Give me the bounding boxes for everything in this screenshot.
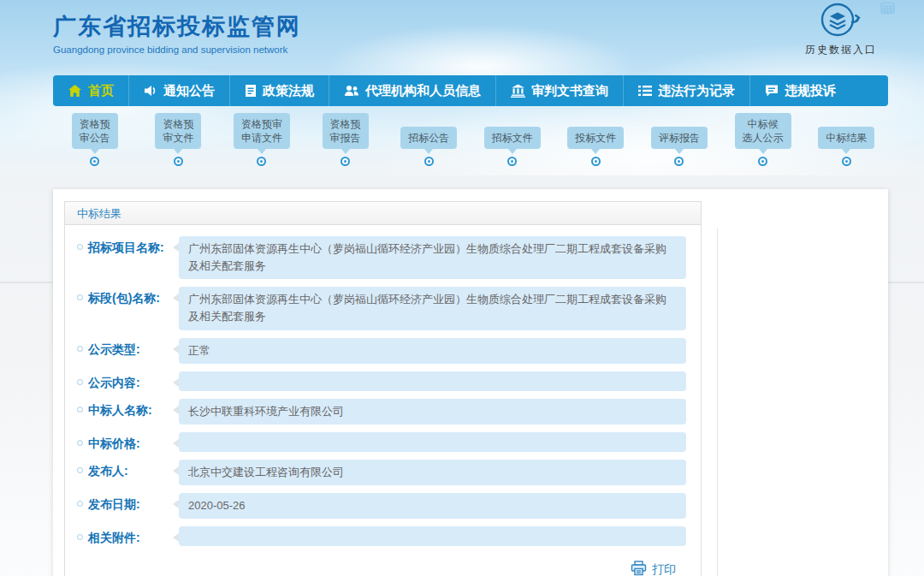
field-label: 中标价格: (88, 436, 140, 452)
field-value: 北京中交建设工程咨询有限公司 (179, 460, 686, 485)
step-label[interactable]: 评标报告 (651, 127, 708, 149)
step-winning-result[interactable]: 中标结果 (804, 120, 888, 166)
history-data-entry[interactable]: 历史数据入口 (794, 2, 888, 57)
step-label[interactable]: 招标文件 (484, 127, 541, 149)
step-dot-icon (507, 157, 517, 166)
step-label[interactable]: 中标候 选人公示 (735, 113, 791, 149)
nav-item-judgments[interactable]: 审判文书查询 (495, 75, 623, 106)
step-winning-candidates[interactable]: 中标候 选人公示 (721, 120, 805, 166)
bubble-pointer-icon (174, 149, 182, 154)
field-value: 长沙中联重科环境产业有限公司 (179, 399, 686, 425)
field-row-winner-name: 中标人名称: 长沙中联重科环境产业有限公司 (77, 399, 686, 425)
field-row-publish-date: 发布日期: 2020-05-26 (77, 493, 686, 519)
step-dot-icon (842, 157, 851, 166)
step-label[interactable]: 资格预审 申请文件 (234, 113, 290, 149)
field-row-section-name: 标段(包)名称: 广州东部固体资源再生中心（萝岗福山循环经济产业园）生物质综合处… (77, 287, 686, 330)
document-icon (245, 84, 257, 98)
nav-item-complaints[interactable]: 违规投诉 (749, 75, 850, 106)
nav-item-label: 代理机构和人员信息 (365, 83, 481, 99)
field-value: 广州东部固体资源再生中心（萝岗福山循环经济产业园）生物质综合处理厂二期工程成套设… (179, 287, 686, 330)
step-tender-document[interactable]: 招标文件 (471, 120, 554, 166)
step-dot-icon (758, 157, 767, 166)
people-icon (344, 84, 359, 98)
field-row-project-name: 招标项目名称: 广州东部固体资源再生中心（萝岗福山循环经济产业园）生物质综合处理… (77, 236, 686, 279)
step-evaluation-report[interactable]: 评标报告 (637, 120, 721, 166)
list-icon (638, 85, 652, 97)
nav-item-agencies[interactable]: 代理机构和人员信息 (329, 75, 495, 106)
history-entry-label[interactable]: 历史数据入口 (794, 43, 888, 57)
field-label: 发布日期: (88, 497, 140, 513)
panel-body: 招标项目名称: 广州东部固体资源再生中心（萝岗福山循环经济产业园）生物质综合处理… (65, 225, 701, 576)
site-header: 广东省招标投标监管网 Guangdong province bidding an… (53, 0, 888, 75)
bubble-pointer-icon (341, 149, 350, 154)
step-prequalification-report[interactable]: 资格预 审报告 (304, 120, 388, 166)
bank-icon (511, 84, 525, 98)
step-dot-icon (424, 157, 434, 166)
print-row: 打印 (77, 554, 686, 576)
field-value: 2020-05-26 (179, 493, 686, 519)
step-dot-icon (674, 157, 684, 166)
step-label[interactable]: 资格预 审报告 (323, 113, 369, 149)
field-label: 招标项目名称: (88, 240, 164, 256)
nav-item-home[interactable]: 首页 (53, 75, 128, 106)
bubble-pointer-icon (508, 149, 517, 154)
nav-item-policies[interactable]: 政策法规 (229, 75, 329, 106)
site-subtitle: Guangdong province bidding and supervisi… (53, 45, 301, 55)
field-label: 标段(包)名称: (88, 291, 160, 306)
field-row-publicity-type: 公示类型: 正常 (77, 338, 686, 364)
step-tender-announcement[interactable]: 招标公告 (387, 120, 471, 166)
result-panel: 中标结果 招标项目名称: 广州东部固体资源再生中心（萝岗福山循环经济产业园）生物… (64, 201, 702, 576)
history-layers-icon[interactable] (819, 26, 863, 40)
nav-item-label: 通知公告 (163, 83, 215, 99)
bubble-pointer-icon (591, 149, 600, 154)
bubble-pointer-icon (91, 149, 99, 154)
field-value (179, 526, 686, 546)
home-icon (68, 84, 82, 98)
vertical-divider (717, 229, 718, 576)
step-label[interactable]: 资格预 审文件 (155, 113, 201, 149)
page-container: 广东省招标投标监管网 Guangdong province bidding an… (53, 0, 888, 576)
main-nav: 首页 通知公告 政策法规 代理机构和人员信息 审判文书查询 (53, 75, 888, 106)
field-label: 中标人名称: (88, 403, 152, 419)
bullet-ring-icon (77, 379, 83, 385)
step-dot-icon (174, 157, 183, 166)
comment-icon (765, 84, 779, 98)
step-dot-icon (90, 157, 99, 166)
nav-item-violations[interactable]: 违法行为记录 (623, 75, 749, 106)
panel-title: 中标结果 (65, 202, 701, 225)
step-label[interactable]: 招标公告 (400, 127, 457, 149)
bullet-ring-icon (77, 407, 83, 413)
step-label[interactable]: 资格预 审公告 (72, 113, 118, 149)
nav-item-label: 首页 (88, 83, 114, 99)
step-label[interactable]: 投标文件 (567, 127, 624, 149)
nav-item-notices[interactable]: 通知公告 (128, 75, 229, 106)
site-logo: 广东省招标投标监管网 Guangdong province bidding an… (53, 11, 301, 55)
site-title: 广东省招标投标监管网 (53, 11, 301, 42)
field-row-publicity-content: 公示内容: (77, 371, 686, 391)
speaker-icon (144, 84, 157, 98)
bullet-ring-icon (77, 501, 83, 507)
step-prequalification-application[interactable]: 资格预审 申请文件 (220, 120, 304, 166)
step-label[interactable]: 中标结果 (818, 127, 874, 149)
step-bid-document[interactable]: 投标文件 (554, 120, 638, 166)
step-dot-icon (591, 157, 601, 166)
content-card: 中标结果 招标项目名称: 广州东部固体资源再生中心（萝岗福山循环经济产业园）生物… (53, 189, 888, 576)
print-button[interactable]: 打印 (631, 561, 676, 576)
bubble-pointer-icon (258, 149, 266, 154)
field-label: 相关附件: (88, 531, 140, 546)
printer-icon (631, 561, 647, 576)
step-dot-icon (341, 157, 350, 166)
bubble-pointer-icon (424, 149, 433, 154)
nav-item-label: 政策法规 (263, 83, 314, 99)
step-prequalification-announcement[interactable]: 资格预 审公告 (53, 120, 137, 166)
field-label: 公示类型: (88, 342, 140, 358)
field-row-attachments: 相关附件: (77, 526, 686, 546)
field-value (179, 371, 686, 391)
bubble-pointer-icon (759, 149, 767, 154)
process-steps: 资格预 审公告 资格预 审文件 资格预审 申请文件 资格预 审报告 招标公告 招… (53, 120, 888, 166)
field-row-publisher: 发布人: 北京中交建设工程咨询有限公司 (77, 460, 686, 485)
bullet-ring-icon (77, 440, 83, 446)
calendar-icon[interactable] (880, 2, 895, 18)
step-dot-icon (257, 157, 266, 166)
step-prequalification-document[interactable]: 资格预 审文件 (137, 120, 221, 166)
